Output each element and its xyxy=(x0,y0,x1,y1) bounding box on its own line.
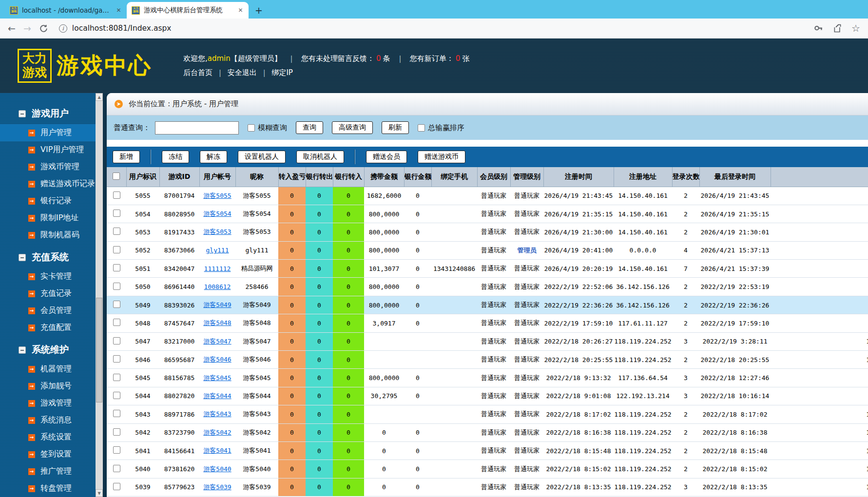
sidebar-item-VIP用户管理[interactable]: →VIP用户管理 xyxy=(0,141,96,158)
account-link[interactable]: 游客5054 xyxy=(203,210,231,217)
refresh-icon[interactable] xyxy=(39,24,48,33)
row-checkbox[interactable] xyxy=(113,428,120,436)
col-header-注册地址: 注册地址 xyxy=(614,167,672,187)
sidebar-item-转盘管理[interactable]: →转盘管理 xyxy=(0,480,96,497)
row-checkbox[interactable] xyxy=(113,446,120,454)
account-link[interactable]: 游客5049 xyxy=(203,301,231,308)
header-link-1[interactable]: 安全退出 xyxy=(228,68,257,77)
address-bar[interactable]: i localhost:8081/Index.aspx xyxy=(59,24,806,33)
account-link[interactable]: 游客5045 xyxy=(203,374,231,382)
account-link[interactable]: 游客5041 xyxy=(203,447,231,454)
sidebar-section-0[interactable]: 游戏用户 xyxy=(0,103,96,124)
sidebar-item-银行记录[interactable]: →银行记录 xyxy=(0,192,96,210)
share-icon[interactable] xyxy=(832,23,843,34)
site-info-icon[interactable]: i xyxy=(59,24,67,33)
account-link[interactable]: 游客5055 xyxy=(203,192,231,199)
sidebar-item-推广管理[interactable]: →推广管理 xyxy=(0,463,96,480)
sidebar-item-限制IP地址[interactable]: →限制IP地址 xyxy=(0,210,96,227)
cell-注册地址: 36.142.156.126 xyxy=(614,296,672,314)
row-checkbox[interactable] xyxy=(113,483,120,490)
cell-携带金额: 0 xyxy=(364,460,404,478)
sidebar-item-添加靓号[interactable]: →添加靓号 xyxy=(0,378,96,395)
account-link[interactable]: 游客5046 xyxy=(203,356,231,363)
toolbar-button-设置机器人[interactable]: 设置机器人 xyxy=(238,151,286,163)
sidebar-item-系统消息[interactable]: →系统消息 xyxy=(0,412,96,429)
scroll-up-arrow[interactable]: ▲ xyxy=(96,93,103,101)
fuzzy-checkbox[interactable] xyxy=(248,124,255,132)
cell-最后登录时间: 2022/2/19 17:59:10 xyxy=(699,314,771,332)
toolbar-button-赠送游戏币[interactable]: 赠送游戏币 xyxy=(418,151,465,163)
account-link[interactable]: 游客5047 xyxy=(203,338,231,345)
cell-携带金额 xyxy=(364,351,404,369)
select-all-checkbox[interactable] xyxy=(113,172,120,180)
cell-银行金额: 0 xyxy=(404,296,431,314)
row-checkbox[interactable] xyxy=(113,319,120,326)
row-checkbox[interactable] xyxy=(113,465,120,472)
row-checkbox[interactable] xyxy=(113,337,120,344)
sidebar-item-游戏管理[interactable]: →游戏管理 xyxy=(0,395,96,412)
row-checkbox[interactable] xyxy=(113,283,120,290)
toolbar-button-赠送会员[interactable]: 赠送会员 xyxy=(366,151,407,163)
forward-icon[interactable]: → xyxy=(23,24,31,33)
account-link[interactable]: 游客5043 xyxy=(203,410,231,418)
row-checkbox[interactable] xyxy=(113,301,120,308)
tab-close-icon[interactable]: ✕ xyxy=(115,6,123,15)
toolbar-button-取消机器人[interactable]: 取消机器人 xyxy=(296,151,344,163)
sidebar-section-1[interactable]: 充值系统 xyxy=(0,247,96,268)
account-link[interactable]: 1008612 xyxy=(204,283,231,290)
row-checkbox[interactable] xyxy=(113,410,120,417)
tab-close-icon[interactable]: ✕ xyxy=(236,6,245,15)
cell-用户帐号: 游客5043 xyxy=(199,405,235,423)
cell-登录次数: 3 xyxy=(672,369,699,387)
password-key-icon[interactable] xyxy=(813,23,824,34)
account-link[interactable]: 游客5053 xyxy=(203,228,231,235)
scroll-down-arrow[interactable]: ▼ xyxy=(96,489,103,497)
row-checkbox[interactable] xyxy=(113,392,120,399)
sidebar-item-签到设置[interactable]: →签到设置 xyxy=(0,446,96,463)
account-link[interactable]: 游客5040 xyxy=(203,465,231,473)
sidebar-item-充值记录[interactable]: →充值记录 xyxy=(0,285,96,302)
account-link[interactable]: gly111 xyxy=(206,247,229,254)
toolbar-button-冻结[interactable]: 冻结 xyxy=(162,151,189,163)
back-icon[interactable]: ← xyxy=(8,24,16,33)
row-checkbox[interactable] xyxy=(113,246,120,253)
search-input[interactable] xyxy=(155,121,239,134)
sidebar-item-实卡管理[interactable]: →实卡管理 xyxy=(0,268,96,285)
row-checkbox[interactable] xyxy=(113,355,120,363)
winloss-sort-checkbox[interactable] xyxy=(418,124,425,132)
browser-tab-1[interactable]: 大力游戏游戏中心棋牌后台管理系统✕ xyxy=(127,2,249,19)
sidebar-item-会员管理[interactable]: →会员管理 xyxy=(0,302,96,319)
header-link-0[interactable]: 后台首页 xyxy=(183,68,212,77)
sidebar-section-2[interactable]: 系统维护 xyxy=(0,339,96,361)
row-checkbox[interactable] xyxy=(113,210,120,217)
sidebar-item-赠送游戏币记录[interactable]: →赠送游戏币记录 xyxy=(0,175,96,192)
sidebar-item-系统设置[interactable]: →系统设置 xyxy=(0,429,96,446)
row-checkbox[interactable] xyxy=(113,264,120,271)
sidebar-item-限制机器码[interactable]: →限制机器码 xyxy=(0,227,96,244)
sidebar-item-游戏币管理[interactable]: →游戏币管理 xyxy=(0,158,96,175)
query-button[interactable]: 查询 xyxy=(296,121,323,134)
row-checkbox[interactable] xyxy=(113,374,120,381)
refresh-button[interactable]: 刷新 xyxy=(382,121,409,134)
cell-注册地址: 118.119.224.252 xyxy=(614,405,672,423)
account-link[interactable]: 1111112 xyxy=(204,265,231,272)
toolbar-button-新增[interactable]: 新增 xyxy=(113,151,140,163)
scroll-thumb[interactable] xyxy=(96,298,102,402)
browser-tab-0[interactable]: 大力游戏localhost - /download/game/✕ xyxy=(5,2,127,19)
sidebar-item-用户管理[interactable]: →用户管理 xyxy=(0,124,96,141)
toolbar-button-解冻[interactable]: 解冻 xyxy=(200,151,227,163)
account-link[interactable]: 游客5044 xyxy=(203,392,231,400)
header-link-2[interactable]: 绑定IP xyxy=(271,68,292,77)
row-checkbox[interactable] xyxy=(113,228,120,235)
row-checkbox[interactable] xyxy=(113,191,120,199)
account-link[interactable]: 游客5048 xyxy=(203,319,231,326)
new-tab-button[interactable]: + xyxy=(252,4,265,17)
sidebar-item-机器管理[interactable]: →机器管理 xyxy=(0,361,96,378)
bookmark-star-icon[interactable]: ☆ xyxy=(851,22,860,34)
admin-level-link[interactable]: 管理员 xyxy=(518,247,537,254)
advanced-query-button[interactable]: 高级查询 xyxy=(332,121,373,134)
sidebar-scrollbar[interactable]: ▲ ▼ xyxy=(96,93,103,497)
sidebar-item-充值配置[interactable]: →充值配置 xyxy=(0,319,96,336)
account-link[interactable]: 游客5042 xyxy=(203,429,231,436)
account-link[interactable]: 游客5039 xyxy=(203,483,231,491)
